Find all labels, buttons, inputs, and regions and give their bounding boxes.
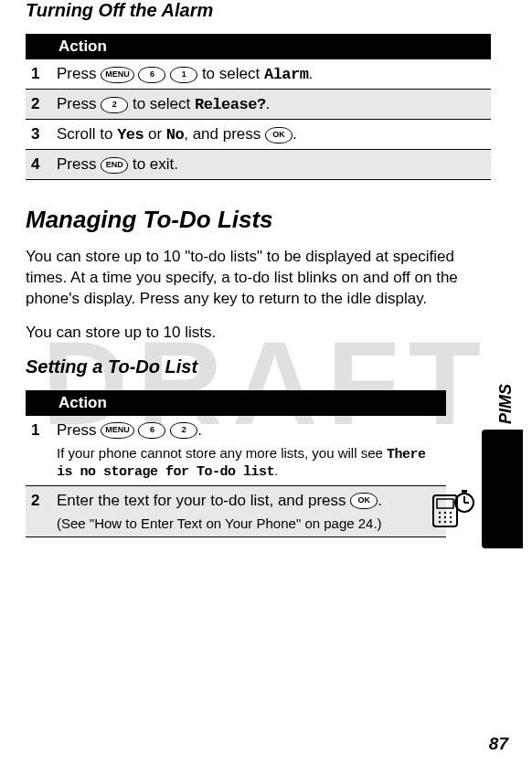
phone-clock-icon (430, 486, 475, 530)
svg-point-4 (450, 512, 452, 514)
text: Scroll to (57, 125, 117, 143)
section2-title: Managing To-Do Lists (26, 206, 491, 234)
page-content: Turning Off the Alarm Action 1 Press MEN… (0, 0, 532, 537)
ocr-text: Alarm (264, 66, 309, 83)
svg-rect-14 (462, 490, 467, 493)
step-text: Press 2 to select Release?. (51, 90, 491, 120)
svg-point-8 (439, 521, 441, 523)
ocr-text: Yes (117, 126, 144, 143)
svg-point-7 (450, 516, 452, 518)
svg-point-3 (444, 512, 446, 514)
table-row: 1 Press MENU 6 1 to select Alarm. (26, 59, 491, 90)
text: If your phone cannot store any more list… (57, 445, 387, 461)
step-num: 3 (26, 120, 51, 150)
two-key-icon: 2 (101, 97, 128, 113)
svg-point-6 (444, 516, 446, 518)
step-num: 1 (26, 59, 51, 90)
text: to exit. (133, 155, 178, 173)
text: Enter the text for your to-do list, and … (57, 492, 350, 509)
menu-key-icon: MENU (101, 67, 134, 83)
text: , and press (184, 125, 265, 143)
six-key-icon: 6 (138, 422, 165, 439)
svg-point-10 (450, 521, 452, 523)
menu-key-icon: MENU (101, 422, 134, 439)
svg-point-5 (439, 516, 441, 518)
ok-key-icon: OK (350, 493, 378, 509)
text: or (144, 125, 166, 143)
step-text: Enter the text for your to-do list, and … (51, 485, 446, 537)
col-blank (26, 390, 51, 416)
text: . (266, 95, 271, 112)
sidebar-label: PIMS (496, 384, 516, 424)
ocr-text: No (166, 126, 184, 143)
col-action: Action (51, 390, 446, 416)
one-key-icon: 1 (170, 67, 197, 83)
step-text: Press MENU 6 2. If your phone cannot sto… (51, 416, 446, 486)
text: Press (57, 65, 101, 82)
text: Press (57, 155, 101, 173)
step-text: Scroll to Yes or No, and press OK. (51, 120, 491, 150)
text: to select (202, 65, 264, 82)
section2-subtitle: Setting a To-Do List (26, 356, 491, 377)
text: Press (57, 421, 101, 439)
table-row: 4 Press END to exit. (26, 150, 491, 180)
text: . (308, 65, 313, 82)
sub-text: (See "How to Enter Text on Your Phone" o… (57, 515, 441, 531)
col-action: Action (51, 34, 491, 59)
svg-point-2 (439, 512, 441, 514)
end-key-icon: END (101, 157, 128, 174)
section1-table: Action 1 Press MENU 6 1 to select Alarm.… (26, 34, 491, 180)
sidebar-tab (482, 430, 523, 548)
ocr-text: Release? (195, 96, 266, 113)
step-text: Press MENU 6 1 to select Alarm. (51, 59, 491, 90)
svg-point-9 (444, 521, 446, 523)
table-row: 2 Enter the text for your to-do list, an… (26, 485, 446, 537)
text: . (378, 492, 382, 509)
text: . (293, 125, 297, 143)
step-num: 1 (26, 416, 51, 486)
step-num: 2 (26, 90, 51, 120)
sub-text: If your phone cannot store any more list… (57, 445, 441, 480)
page-number: 87 (489, 734, 508, 754)
text: . (197, 421, 202, 439)
six-key-icon: 6 (138, 67, 165, 83)
step-text: Press END to exit. (51, 150, 491, 180)
ok-key-icon: OK (265, 127, 293, 143)
table-row: 1 Press MENU 6 2. If your phone cannot s… (26, 416, 446, 486)
table-row: 3 Scroll to Yes or No, and press OK. (26, 120, 491, 150)
text: . (274, 462, 278, 478)
step-num: 4 (26, 150, 51, 180)
table-row: 2 Press 2 to select Release?. (26, 90, 491, 120)
section1-title: Turning Off the Alarm (26, 0, 491, 21)
step-num: 2 (26, 485, 51, 537)
svg-rect-1 (437, 499, 453, 508)
section2-para1: You can store up to 10 "to-do lists" to … (26, 247, 491, 310)
text: to select (133, 95, 195, 112)
sidebar: PIMS (479, 384, 523, 548)
text: Press (57, 95, 101, 112)
col-blank (26, 34, 51, 59)
section2-para2: You can store up to 10 lists. (26, 323, 491, 344)
section2-table: Action 1 Press MENU 6 2. If your phone c… (26, 390, 446, 537)
text: (See "How to Enter Text on Your Phone" o… (57, 515, 382, 531)
two-key-icon: 2 (170, 422, 197, 439)
